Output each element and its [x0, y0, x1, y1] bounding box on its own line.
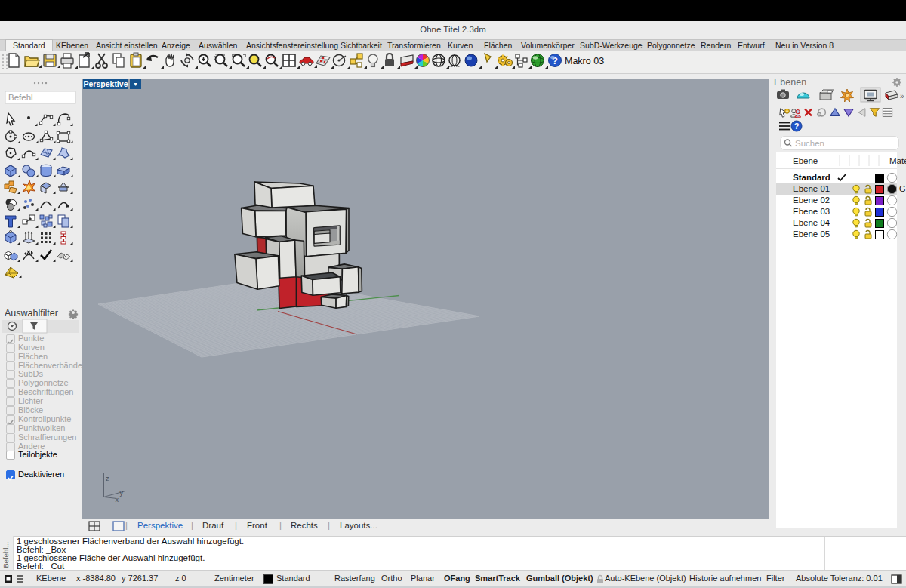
svg-text:x: x	[116, 496, 119, 503]
svg-text:Makro 03: Makro 03	[565, 56, 604, 66]
svg-text:z: z	[106, 475, 109, 482]
svg-text:Befehl: Befehl	[8, 93, 33, 102]
svg-text:y: y	[120, 489, 124, 497]
svg-text:Suchen: Suchen	[795, 139, 824, 148]
svg-text:Auswahlfilter: Auswahlfilter	[5, 308, 58, 319]
svg-text:»: »	[900, 92, 904, 100]
svg-text:?: ?	[794, 122, 800, 131]
